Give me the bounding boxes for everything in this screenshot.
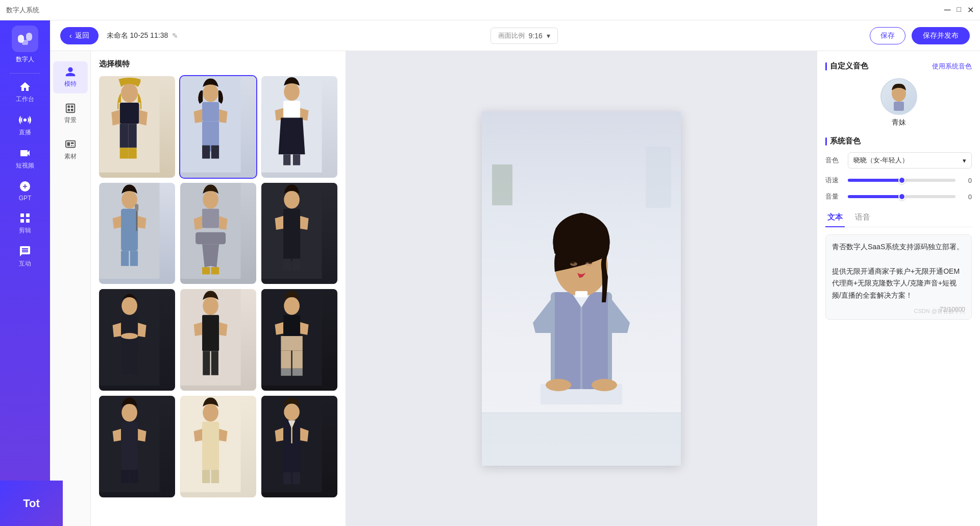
- svg-rect-31: [211, 146, 219, 159]
- model-card-4[interactable]: [99, 183, 175, 284]
- custom-voice-title: 自定义音色: [825, 61, 868, 71]
- model-card-12[interactable]: [261, 396, 337, 497]
- svg-rect-70: [281, 336, 302, 350]
- right-panel: 自定义音色 使用系统音色 青妹: [817, 51, 980, 526]
- tab-model[interactable]: 模特: [53, 61, 88, 93]
- svg-rect-48: [202, 267, 210, 274]
- svg-rect-12: [67, 109, 70, 111]
- model-list: 选择模特: [91, 51, 346, 526]
- model-card-1[interactable]: [99, 76, 175, 178]
- svg-point-102: [592, 379, 617, 391]
- svg-point-81: [203, 403, 218, 421]
- model-card-3[interactable]: [261, 76, 337, 178]
- svg-rect-9: [66, 104, 75, 113]
- svg-point-20: [121, 83, 138, 103]
- svg-point-63: [203, 297, 218, 315]
- model-card-9[interactable]: [261, 289, 337, 391]
- back-icon: ‹: [69, 32, 72, 40]
- svg-point-33: [284, 83, 300, 101]
- model-card-5[interactable]: [180, 183, 256, 284]
- volume-slider[interactable]: [848, 195, 955, 198]
- speech-rate-control: 语速 0: [825, 176, 972, 185]
- voice-section-header: 自定义音色 使用系统音色: [825, 61, 972, 71]
- sidebar-item-short-video[interactable]: 短视频: [0, 142, 50, 175]
- tab-material[interactable]: 素材: [53, 134, 88, 166]
- svg-rect-15: [67, 142, 70, 146]
- system-voice-title: 系统音色: [825, 136, 972, 146]
- svg-rect-10: [67, 106, 70, 108]
- sidebar-item-workbench[interactable]: 工作台: [0, 76, 50, 109]
- svg-rect-78: [121, 470, 129, 483]
- text-content: 青否数字人SaaS系统支持源码独立部署。 提供无限开通商家子账户+无限开通OEM…: [832, 241, 965, 302]
- sidebar-item-gpt[interactable]: GPT: [0, 175, 50, 207]
- model-card-6[interactable]: [261, 183, 337, 284]
- sidebar-item-interact[interactable]: 互动: [0, 240, 50, 273]
- svg-rect-60: [121, 351, 129, 374]
- save-publish-button[interactable]: 保存并发布: [912, 27, 970, 44]
- voice-select-dropdown[interactable]: 晓晓（女-年轻人） ▾: [848, 152, 972, 169]
- top-bar-center: 画面比例 9:16 ▾: [491, 28, 558, 44]
- svg-rect-105: [894, 102, 904, 111]
- svg-rect-52: [283, 208, 300, 229]
- svg-rect-53: [283, 230, 300, 261]
- tool-tabs: 模特 背景: [50, 51, 91, 526]
- minimize-button[interactable]: ─: [944, 5, 951, 15]
- top-bar: ‹ 返回 未命名 10-25 11:38 ✎ 画面比例 9:16 ▾ 保存 保存…: [50, 20, 980, 51]
- svg-point-101: [546, 379, 571, 391]
- canvas-area: [346, 51, 817, 526]
- svg-rect-11: [70, 106, 73, 108]
- svg-rect-35: [283, 154, 290, 165]
- top-bar-left: ‹ 返回 未命名 10-25 11:38 ✎: [60, 27, 178, 44]
- sidebar-logo-text: 数字人: [16, 55, 34, 64]
- close-button[interactable]: ✕: [967, 5, 974, 15]
- svg-rect-14: [65, 141, 75, 148]
- svg-rect-17: [70, 145, 72, 146]
- voice-name: 青妹: [892, 118, 906, 127]
- tab-text[interactable]: 文本: [825, 208, 845, 227]
- tab-background[interactable]: 背景: [53, 98, 88, 130]
- sidebar: 数字人 工作台 直播 短视频 GPT 剪辑 互动 我的: [0, 20, 50, 526]
- svg-point-27: [203, 84, 218, 102]
- tab-voice[interactable]: 语音: [853, 208, 872, 227]
- aspect-ratio-selector[interactable]: 画面比例 9:16 ▾: [491, 28, 558, 44]
- model-card-10[interactable]: [99, 396, 175, 497]
- svg-rect-24: [120, 148, 129, 158]
- back-button[interactable]: ‹ 返回: [60, 27, 99, 44]
- model-card-11[interactable]: [180, 396, 256, 497]
- svg-rect-5: [20, 213, 24, 217]
- svg-rect-43: [130, 251, 138, 266]
- sidebar-item-edit[interactable]: 剪辑: [0, 207, 50, 240]
- title-bar-controls: ─ □ ✕: [944, 5, 974, 15]
- model-card-2[interactable]: [180, 76, 256, 178]
- model-card-8[interactable]: [180, 289, 256, 391]
- svg-rect-66: [211, 351, 218, 375]
- content-tabs: 文本 语音: [825, 208, 972, 227]
- svg-rect-6: [26, 213, 30, 217]
- sidebar-item-live[interactable]: 直播: [0, 109, 50, 142]
- save-button[interactable]: 保存: [870, 27, 905, 44]
- text-area-container[interactable]: 青否数字人SaaS系统支持源码独立部署。 提供无限开通商家子账户+无限开通OEM…: [825, 234, 972, 320]
- svg-rect-47: [195, 232, 226, 244]
- use-system-voice-link[interactable]: 使用系统音色: [932, 62, 972, 71]
- model-card-7[interactable]: [99, 289, 175, 391]
- svg-rect-25: [128, 148, 137, 158]
- svg-rect-90: [292, 472, 300, 485]
- svg-rect-16: [70, 142, 74, 144]
- svg-rect-82: [202, 422, 219, 470]
- svg-rect-7: [20, 219, 24, 223]
- app-container: 数字人 工作台 直播 短视频 GPT 剪辑 互动 我的: [0, 20, 980, 526]
- watermark: CSDN @青否数字人: [914, 307, 965, 315]
- svg-rect-64: [202, 315, 219, 351]
- model-list-title: 选择模特: [99, 59, 337, 69]
- svg-rect-55: [292, 258, 300, 271]
- svg-rect-58: [121, 315, 138, 351]
- svg-rect-69: [283, 315, 300, 336]
- edit-icon[interactable]: ✎: [172, 32, 178, 40]
- svg-point-99: [571, 261, 575, 264]
- svg-rect-2: [22, 40, 28, 45]
- svg-rect-83: [202, 470, 210, 483]
- bottom-left-badge: Tot: [0, 481, 63, 526]
- svg-rect-22: [120, 124, 129, 148]
- speech-rate-slider[interactable]: [848, 179, 955, 182]
- maximize-button[interactable]: □: [957, 5, 961, 15]
